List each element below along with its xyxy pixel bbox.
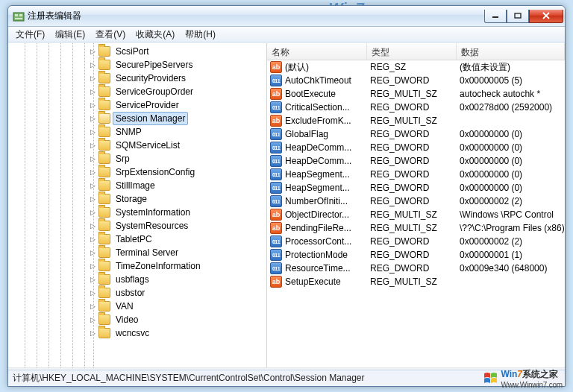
tree-item[interactable]: ▷wcncsvc [8,326,266,340]
value-row[interactable]: 011ResourceTime...REG_DWORD0x0009e340 (6… [267,262,565,275]
tree-item-label: VAN [113,300,137,313]
menubar: 文件(F) 编辑(E) 查看(V) 收藏夹(A) 帮助(H) [8,27,565,42]
menu-view[interactable]: 查看(V) [91,27,130,42]
tree-item[interactable]: ▷Storage [8,192,266,206]
tree-item[interactable]: ▷Terminal Server [8,246,266,259]
value-row[interactable]: 011NumberOfIniti...REG_DWORD0x00000002 (… [267,195,565,208]
expander-icon[interactable]: ▷ [89,115,97,123]
expander-icon[interactable]: ▷ [89,329,97,338]
tree-item-label: TimeZoneInformation [113,259,204,273]
value-row[interactable]: 011ProtectionModeREG_DWORD0x00000001 (1) [267,248,565,262]
value-row[interactable]: ab(默认)REG_SZ(数值未设置) [267,60,565,74]
expander-icon[interactable]: ▷ [89,128,97,136]
value-row[interactable]: abSetupExecuteREG_MULTI_SZ [267,275,565,288]
minimize-button[interactable] [484,10,507,23]
tree-item[interactable]: ▷usbflags [8,273,266,286]
string-value-icon: ab [270,209,282,221]
tree-item[interactable]: ▷Session Manager [8,112,266,125]
folder-icon [98,73,110,83]
expander-icon[interactable]: ▷ [89,289,97,297]
menu-help[interactable]: 帮助(H) [181,27,220,42]
folder-icon [98,167,110,177]
column-name[interactable]: 名称 [267,43,367,60]
string-value-icon: ab [270,61,282,73]
menu-edit[interactable]: 编辑(E) [51,27,90,42]
expander-icon[interactable]: ▷ [89,316,97,324]
tree-item[interactable]: ▷usbstor [8,286,266,300]
tree-item[interactable]: ▷SecurePipeServers [8,58,266,72]
column-data[interactable]: 数据 [457,43,565,60]
close-button[interactable] [529,10,563,23]
expander-icon[interactable]: ▷ [89,209,97,217]
tree-item[interactable]: ▷TimeZoneInformation [8,259,266,273]
tree-item[interactable]: ▷TabletPC [8,233,266,246]
tree-item[interactable]: ▷Srp [8,152,266,165]
tree-item[interactable]: ▷SystemResources [8,219,266,233]
expander-icon[interactable]: ▷ [89,182,97,190]
tree-item[interactable]: ▷SrpExtensionConfig [8,165,266,179]
svg-rect-0 [13,13,24,21]
menu-file[interactable]: 文件(F) [11,27,49,42]
tree-item[interactable]: ▷SQMServiceList [8,139,266,152]
column-type[interactable]: 类型 [367,43,457,60]
list-header: 名称 类型 数据 [267,43,565,60]
svg-rect-4 [492,16,498,18]
expander-icon[interactable]: ▷ [89,101,97,110]
tree-item-label: SystemResources [113,219,191,233]
tree-item[interactable]: ▷ServiceProvider [8,98,266,112]
expander-icon[interactable]: ▷ [89,262,97,271]
expander-icon[interactable]: ▷ [89,222,97,230]
expander-icon[interactable]: ▷ [89,155,97,163]
tree-pane[interactable]: ▷ScsiPort▷SecurePipeServers▷SecurityProv… [8,43,267,367]
expander-icon[interactable]: ▷ [89,75,97,83]
value-data: 0x0009e340 (648000) [460,263,565,274]
value-type: REG_DWORD [370,250,460,260]
tree-item[interactable]: ▷SecurityProviders [8,72,266,85]
expander-icon[interactable]: ▷ [89,195,97,203]
tree-item[interactable]: ▷VAN [8,300,266,313]
value-row[interactable]: abBootExecuteREG_MULTI_SZautocheck autoc… [267,87,565,101]
tree-item-label: SQMServiceList [113,139,183,152]
value-row[interactable]: abObjectDirector...REG_MULTI_SZ\Windows … [267,208,565,221]
value-row[interactable]: 011CriticalSection...REG_DWORD0x00278d00… [267,101,565,114]
tree-item-label: wcncsvc [113,326,152,340]
titlebar[interactable]: 注册表编辑器 [8,6,565,27]
tree-item[interactable]: ▷Video [8,313,266,326]
tree-item[interactable]: ▷StillImage [8,179,266,192]
expander-icon[interactable]: ▷ [89,303,97,311]
expander-icon[interactable]: ▷ [89,88,97,96]
value-row[interactable]: abPendingFileRe...REG_MULTI_SZ\??\C:\Pro… [267,221,565,235]
folder-icon [98,154,110,164]
expander-icon[interactable]: ▷ [89,276,97,284]
maximize-button[interactable] [507,10,529,23]
value-type: REG_DWORD [370,102,460,113]
value-row[interactable]: 011HeapDeComm...REG_DWORD0x00000000 (0) [267,141,565,154]
expander-icon[interactable]: ▷ [89,168,97,177]
value-row[interactable]: 011AutoChkTimeoutREG_DWORD0x00000005 (5) [267,74,565,87]
expander-icon[interactable]: ▷ [89,48,97,56]
value-row[interactable]: 011GlobalFlagREG_DWORD0x00000000 (0) [267,127,565,141]
folder-icon [98,274,110,285]
value-row[interactable]: 011HeapSegment...REG_DWORD0x00000000 (0) [267,181,565,195]
window-controls [484,10,563,23]
expander-icon[interactable]: ▷ [89,61,97,69]
tree-item[interactable]: ▷ServiceGroupOrder [8,85,266,98]
expander-icon[interactable]: ▷ [89,249,97,257]
value-row[interactable]: 011HeapDeComm...REG_DWORD0x00000000 (0) [267,154,565,168]
list-pane[interactable]: 名称 类型 数据 ab(默认)REG_SZ(数值未设置)011AutoChkTi… [267,43,565,367]
value-row[interactable]: 011ProcessorCont...REG_DWORD0x00000002 (… [267,235,565,248]
value-data: autocheck autochk * [460,89,565,99]
tree-item[interactable]: ▷SystemInformation [8,206,266,219]
menu-favorites[interactable]: 收藏夹(A) [131,27,179,42]
tree-item-label: ServiceGroupOrder [113,85,196,98]
expander-icon[interactable]: ▷ [89,235,97,244]
tree-item-label: Srp [113,152,133,165]
binary-value-icon: 011 [270,168,282,180]
tree-item[interactable]: ▷ScsiPort [8,45,266,58]
value-row[interactable]: 011HeapSegment...REG_DWORD0x00000000 (0) [267,168,565,181]
tree-item-label: SNMP [113,125,145,139]
tree-item[interactable]: ▷SNMP [8,125,266,139]
value-row[interactable]: abExcludeFromK...REG_MULTI_SZ [267,114,565,127]
expander-icon[interactable]: ▷ [89,142,97,150]
folder-icon [98,328,110,338]
